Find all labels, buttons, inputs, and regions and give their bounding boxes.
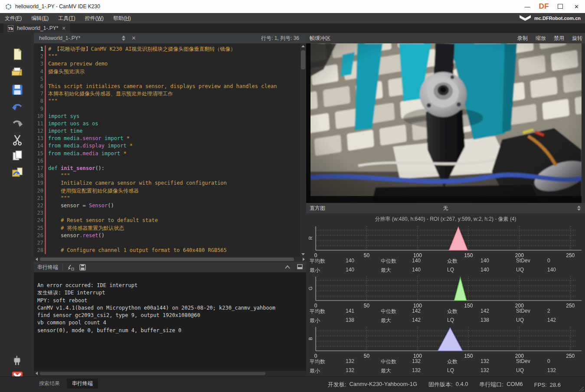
code-line[interactable]: 20 使用指定配置初始化摄像头传感器 (34, 187, 300, 195)
code-line[interactable]: 12import time (34, 127, 300, 135)
code-line[interactable]: 9 (34, 105, 300, 113)
code-editor[interactable]: 1# 【花雕动手做】CanMV K230 AI视觉识别模块之摄像头图像垂直翻转（… (34, 43, 300, 257)
stat-label: 中位数 (381, 358, 396, 366)
clear-terminal-icon[interactable] (67, 264, 74, 271)
resize-grip[interactable] (578, 385, 584, 392)
code-line[interactable]: 25 # 将传感器重置为默认状态 (34, 225, 300, 232)
code-line[interactable]: 18 """ (34, 172, 300, 180)
line-number: 20 (34, 187, 45, 195)
code-line[interactable]: 10import sys (34, 113, 300, 120)
code-line[interactable]: 17def init_sensor(): (34, 165, 300, 172)
code-line[interactable]: 23 (34, 209, 300, 217)
maximize-button[interactable] (555, 3, 565, 10)
copy-button[interactable] (10, 149, 24, 163)
minimize-button[interactable]: — (522, 3, 533, 10)
line-number: 25 (34, 225, 45, 232)
window-titlebar: helloworld_1-.PY - CanMV IDE K230 — DF ✕ (0, 0, 585, 13)
new-file-icon (11, 48, 24, 61)
code-line[interactable]: 26 sensor.reset() (34, 232, 300, 239)
scrollbar-thumb[interactable] (301, 50, 305, 69)
histogram-stats-row: 最小140最大140LQ140UQ140 (306, 267, 585, 274)
tab-serial-terminal[interactable]: 串行终端 (67, 379, 98, 389)
disable-button[interactable]: 禁用 (554, 35, 564, 42)
menu-controls[interactable]: 控件(W) (80, 13, 108, 23)
code-text: # Configure channel 1 output format to 6… (46, 247, 227, 254)
code-line[interactable]: 1# 【花雕动手做】CanMV K230 AI视觉识别模块之摄像头图像垂直翻转（… (34, 46, 300, 53)
paste-button[interactable] (10, 166, 24, 180)
menu-help[interactable]: 帮助(H) (108, 13, 136, 23)
menu-edit[interactable]: 编辑(E) (26, 13, 53, 23)
record-button[interactable]: 录制 (517, 35, 528, 42)
code-line[interactable]: 15from media.media import * (34, 150, 300, 157)
zoom-button[interactable]: 缩放 (536, 35, 546, 42)
editor-close-icon[interactable]: ✕ (131, 35, 136, 41)
tab-helloworld[interactable]: Tb helloworld_1-.PY* ✕ (3, 23, 70, 33)
code-line[interactable]: 4摄像头预览演示 (34, 68, 300, 75)
menu-file[interactable]: 文件(F) (0, 13, 26, 23)
svg-text:Tb: Tb (8, 26, 13, 31)
new-file-button[interactable] (10, 48, 24, 62)
code-line[interactable]: 19 Initialize camera sensor with specifi… (34, 180, 300, 187)
code-line[interactable]: 7本脚本初始化摄像头传感器、显示预览并处理清理工作 (34, 90, 300, 98)
code-line[interactable]: 5 (34, 75, 300, 83)
tab-label: helloworld_1-.PY* (17, 25, 58, 31)
editor-horizontal-scrollbar[interactable] (34, 257, 306, 262)
code-line[interactable]: 3Camera preview demo (34, 60, 300, 68)
code-line[interactable]: 6This script initializes camera sensor, … (34, 83, 300, 90)
close-icon: ✕ (574, 3, 579, 10)
connect-button[interactable] (10, 355, 24, 369)
scrollbar-thumb[interactable] (40, 372, 265, 375)
collapse-terminal-icon[interactable] (285, 264, 290, 270)
stat-value: 140 (480, 258, 489, 264)
save-button[interactable] (10, 83, 24, 97)
open-file-button[interactable] (10, 65, 24, 79)
code-line[interactable]: 8""" (34, 98, 300, 105)
line-number: 9 (34, 105, 45, 113)
code-line[interactable]: 28 # Configure channel 1 output format t… (34, 247, 300, 254)
code-line[interactable]: 21 """ (34, 195, 300, 202)
tab-close-icon[interactable]: ✕ (62, 26, 65, 31)
stat-label: 中位数 (381, 308, 396, 315)
code-line[interactable]: 22 sensor = Sensor() (34, 202, 300, 209)
editor-vertical-scrollbar[interactable] (300, 43, 306, 257)
code-line[interactable]: 13from media.sensor import * (34, 135, 300, 142)
stat-label: StDev (516, 308, 530, 314)
stat-label: 最大 (381, 317, 391, 324)
cut-button[interactable] (10, 134, 24, 147)
open-folder-icon (11, 65, 24, 78)
terminal-line: sensor(0), mode 0, buffer_num 4, buffer_… (34, 327, 306, 334)
histogram-charts: R 050100150200250平均数140中位数140众数140StDev0… (306, 225, 585, 376)
stat-label: 最小 (310, 267, 320, 274)
code-line[interactable]: 14from media.display import * (34, 142, 300, 150)
line-number: 8 (34, 98, 45, 105)
tab-search-results[interactable]: 搜索结果 (34, 379, 65, 389)
file-switcher-icon[interactable] (122, 36, 125, 41)
rotate-button[interactable]: 旋转 (572, 35, 582, 42)
code-text: This script initializes camera sensor, d… (46, 83, 277, 90)
histogram-mode-dropdown[interactable]: 无 (306, 205, 585, 212)
camera-preview[interactable] (306, 43, 582, 203)
detach-terminal-icon[interactable] (297, 264, 303, 271)
save-log-icon[interactable] (79, 264, 86, 271)
code-line[interactable]: 27 (34, 239, 300, 247)
line-number: 21 (34, 195, 45, 202)
serial-terminal-output[interactable]: An error occurred: IDE interrupt发生错误: ID… (34, 272, 306, 371)
redo-button[interactable] (10, 117, 24, 131)
line-number: 26 (34, 232, 45, 239)
terminal-horizontal-scrollbar[interactable] (34, 371, 306, 376)
stat-value: 138 (480, 317, 489, 323)
code-line[interactable]: 2""" (34, 53, 300, 60)
code-text: """ (46, 195, 70, 202)
cut-scissors-icon (11, 134, 24, 147)
histogram-spinner[interactable] (577, 206, 581, 211)
menu-tools[interactable]: 工具(T) (53, 13, 80, 23)
histogram-B: B 050100150200250平均数132中位数132众数132StDev0… (306, 325, 585, 376)
line-number: 17 (34, 165, 45, 172)
close-button[interactable]: ✕ (572, 3, 582, 10)
code-line[interactable]: 24 # Reset sensor to default state (34, 217, 300, 224)
stat-label: UQ (516, 267, 524, 273)
scrollbar-thumb[interactable] (40, 258, 294, 261)
code-line[interactable]: 16 (34, 157, 300, 165)
code-line[interactable]: 11import uos as os (34, 120, 300, 127)
undo-button[interactable] (10, 101, 24, 114)
